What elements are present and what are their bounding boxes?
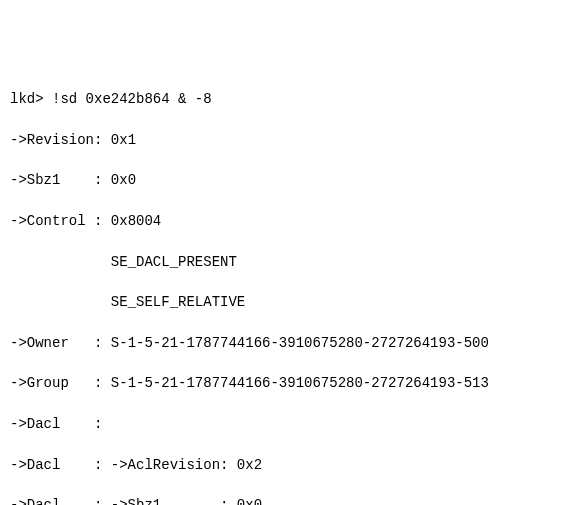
dacl-header-line: ->Dacl :	[10, 414, 560, 434]
dacl-sbz1-line: ->Dacl : ->Sbz1 : 0x0	[10, 495, 560, 505]
group-value: S-1-5-21-1787744166-3910675280-272726419…	[111, 375, 489, 391]
group-label: ->Group :	[10, 375, 102, 391]
control-line: ->Control : 0x8004	[10, 211, 560, 231]
control-flag1: SE_DACL_PRESENT	[111, 254, 237, 270]
dacl-revision-line: ->Dacl : ->AclRevision: 0x2	[10, 455, 560, 475]
owner-label: ->Owner :	[10, 335, 102, 351]
dacl-header-label: ->Dacl :	[10, 416, 102, 432]
dacl-revision-value: 0x2	[237, 457, 262, 473]
control-value: 0x8004	[111, 213, 161, 229]
sbz1-line: ->Sbz1 : 0x0	[10, 170, 560, 190]
dacl-revision-label: ->Dacl : ->AclRevision:	[10, 457, 228, 473]
control-flag1-line: SE_DACL_PRESENT	[10, 252, 560, 272]
control-flag2: SE_SELF_RELATIVE	[111, 294, 245, 310]
sbz1-value: 0x0	[111, 172, 136, 188]
dacl-sbz1-value: 0x0	[237, 497, 262, 505]
owner-line: ->Owner : S-1-5-21-1787744166-3910675280…	[10, 333, 560, 353]
dacl-sbz1-label: ->Dacl : ->Sbz1 :	[10, 497, 228, 505]
sbz1-label: ->Sbz1 :	[10, 172, 102, 188]
revision-label: ->Revision:	[10, 132, 102, 148]
group-line: ->Group : S-1-5-21-1787744166-3910675280…	[10, 373, 560, 393]
owner-value: S-1-5-21-1787744166-3910675280-272726419…	[111, 335, 489, 351]
control-label: ->Control :	[10, 213, 102, 229]
control-flag2-line: SE_SELF_RELATIVE	[10, 292, 560, 312]
revision-line: ->Revision: 0x1	[10, 130, 560, 150]
command-line: lkd> !sd 0xe242b864 & -8	[10, 89, 560, 109]
revision-value: 0x1	[111, 132, 136, 148]
